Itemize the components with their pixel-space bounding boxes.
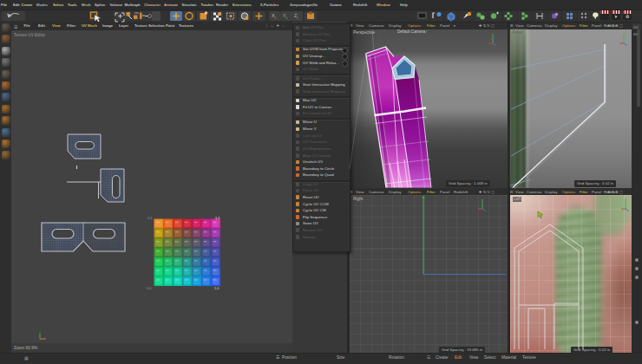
svg-text:1,1: 1,1	[215, 216, 220, 220]
svg-text:0,1: 0,1	[147, 216, 153, 220]
svg-text:1,0: 1,0	[214, 286, 219, 290]
svg-text:0,0: 0,0	[147, 286, 152, 290]
